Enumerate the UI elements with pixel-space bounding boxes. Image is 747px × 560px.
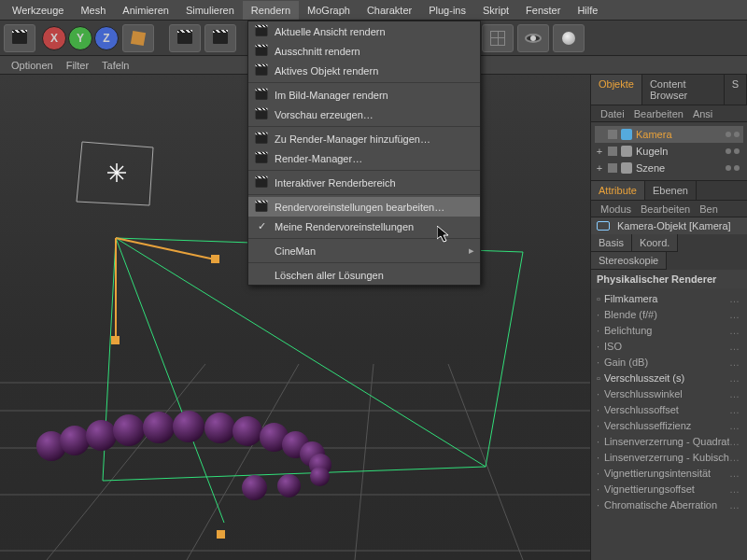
menu-mesh[interactable]: Mesh (72, 1, 114, 20)
property-row[interactable]: ·Linsenverzerrung - Kubisch… (597, 449, 741, 465)
tree-row[interactable]: Kamera (595, 126, 743, 143)
panel-menu[interactable]: Bearbeiten (641, 203, 690, 215)
property-label: Chromatische Aberration (604, 499, 729, 511)
attribute-subtabs-row1: BasisKoord. (591, 234, 747, 252)
panel-tab[interactable]: Ebenen (645, 181, 697, 200)
panel-menu[interactable]: Ansi (693, 108, 712, 119)
menu-item-label: Ausschnitt rendern (275, 46, 360, 57)
bullet-icon: · (597, 420, 604, 431)
bullet-icon: · (597, 483, 604, 495)
axis-x-button[interactable]: X (42, 26, 66, 50)
panel-tab[interactable]: Content Browser (642, 75, 725, 105)
tool-button[interactable] (4, 24, 35, 52)
submenu-arrow-icon: ▸ (469, 245, 480, 257)
blank-icon (252, 268, 271, 283)
svg-rect-18 (111, 336, 120, 344)
menu-item[interactable]: Ausschnitt rendern (248, 41, 480, 61)
property-label: Vignettierungsintensität (604, 468, 729, 479)
panel-tab[interactable]: S (725, 75, 747, 105)
tool-button[interactable] (122, 24, 154, 52)
property-label: Verschlusswinkel (604, 388, 729, 399)
svg-rect-19 (211, 255, 219, 263)
viewport-sphere (86, 420, 117, 451)
tree-row[interactable]: + Kugeln (595, 143, 743, 160)
menu-plug-ins[interactable]: Plug-ins (420, 1, 474, 20)
render-region-button[interactable] (204, 24, 236, 52)
menu-item[interactable]: Interaktiver Renderbereich (248, 173, 480, 192)
tree-row[interactable]: + Szene (595, 160, 743, 176)
menu-item[interactable]: Löschen aller Lösungen (248, 265, 480, 285)
clap-icon (252, 88, 271, 103)
property-row[interactable]: ·Chromatische Aberration… (597, 497, 741, 512)
viewport-sphere (173, 411, 204, 442)
svg-line-8 (448, 364, 523, 560)
panel-menu[interactable]: Modus (600, 203, 631, 215)
menu-charakter[interactable]: Charakter (359, 1, 420, 20)
clap-icon (252, 44, 271, 59)
light-button[interactable] (553, 24, 585, 52)
menu-item[interactable]: Render-Manager… (248, 148, 480, 168)
view-button[interactable] (482, 24, 514, 52)
bullet-icon: · (597, 309, 604, 320)
menu-animieren[interactable]: Animieren (114, 1, 177, 20)
property-row[interactable]: ·Verschlussoffset… (597, 401, 741, 417)
panel-tab[interactable]: Objekte (591, 75, 642, 105)
menu-rendern[interactable]: Rendern (243, 1, 299, 20)
menubar: WerkzeugeMeshAnimierenSimulierenRendernM… (0, 0, 747, 21)
viewport-option[interactable]: Filter (66, 60, 89, 71)
property-row[interactable]: ▫Verschlusszeit (s)… (597, 370, 741, 385)
property-row[interactable]: ·Linsenverzerrung - Quadrat… (597, 433, 741, 449)
viewport-option[interactable]: Optionen (11, 60, 53, 71)
clap-icon (252, 151, 271, 166)
attr-subtab[interactable]: Stereoskopie (591, 252, 667, 270)
panel-menu[interactable]: Ben (699, 203, 718, 215)
menu-werkzeuge[interactable]: Werkzeuge (4, 1, 72, 20)
clap-icon (252, 200, 271, 215)
property-row[interactable]: ·Verschlusswinkel… (597, 385, 741, 401)
property-row[interactable]: ·Blende (f/#)… (597, 306, 741, 322)
object-name: Kamera (636, 129, 672, 140)
menu-item[interactable]: Aktives Objekt rendern (248, 61, 480, 80)
blank-icon (252, 244, 271, 259)
attr-subtab[interactable]: Basis (591, 234, 632, 252)
menu-item[interactable]: Im Bild-Manager rendern (248, 85, 480, 105)
panel-menu[interactable]: Datei (600, 108, 625, 119)
property-row[interactable]: ·Vignettierungsintensität… (597, 465, 741, 481)
property-row[interactable]: ·Gain (dB)… (597, 354, 741, 370)
camera-button[interactable] (517, 24, 549, 52)
menu-item[interactable]: Aktuelle Ansicht rendern (248, 21, 480, 41)
object-tree[interactable]: Kamera + Kugeln + Szene (591, 122, 747, 180)
panel-tab[interactable]: Attribute (591, 181, 645, 200)
property-row[interactable]: ·Verschlusseffizienz… (597, 417, 741, 433)
menu-skript[interactable]: Skript (474, 1, 517, 20)
menu-item[interactable]: Rendervoreinstellungen bearbeiten… (248, 197, 480, 217)
menu-item[interactable]: Zu Render-Manager hinzufügen… (248, 129, 480, 148)
menu-mograph[interactable]: MoGraph (299, 1, 359, 20)
menu-separator (248, 126, 480, 127)
viewport-sphere (60, 426, 90, 455)
bullet-icon: · (597, 499, 604, 511)
bullet-icon: · (597, 436, 604, 447)
property-row[interactable]: ·Belichtung… (597, 322, 741, 338)
expand-icon[interactable]: + (595, 146, 604, 157)
property-row[interactable]: ·ISO… (597, 338, 741, 354)
menu-fenster[interactable]: Fenster (517, 1, 569, 20)
property-row[interactable]: ▫Filmkamera… (597, 290, 741, 306)
menu-hilfe[interactable]: Hilfe (569, 1, 606, 20)
axis-y-button[interactable]: Y (68, 26, 92, 50)
property-row[interactable]: ·Vignettierungsoffset… (597, 481, 741, 497)
object-icon (621, 146, 632, 157)
menu-item[interactable]: Vorschau erzeugen… (248, 105, 480, 124)
render-button[interactable] (169, 24, 201, 52)
menu-simulieren[interactable]: Simulieren (177, 1, 243, 20)
expand-icon[interactable]: + (595, 162, 604, 174)
axis-z-button[interactable]: Z (94, 26, 119, 50)
viewport-sphere (310, 467, 330, 486)
attribute-property-list: ▫Filmkamera…·Blende (f/#)…·Belichtung…·I… (591, 288, 747, 514)
menu-item-label: Löschen aller Lösungen (275, 270, 384, 281)
panel-menu[interactable]: Bearbeiten (634, 108, 684, 119)
attr-subtab[interactable]: Koord. (632, 234, 678, 252)
expand-icon[interactable] (595, 129, 604, 140)
property-label: Vignettierungsoffset (604, 483, 729, 495)
viewport-option[interactable]: Tafeln (102, 60, 129, 71)
